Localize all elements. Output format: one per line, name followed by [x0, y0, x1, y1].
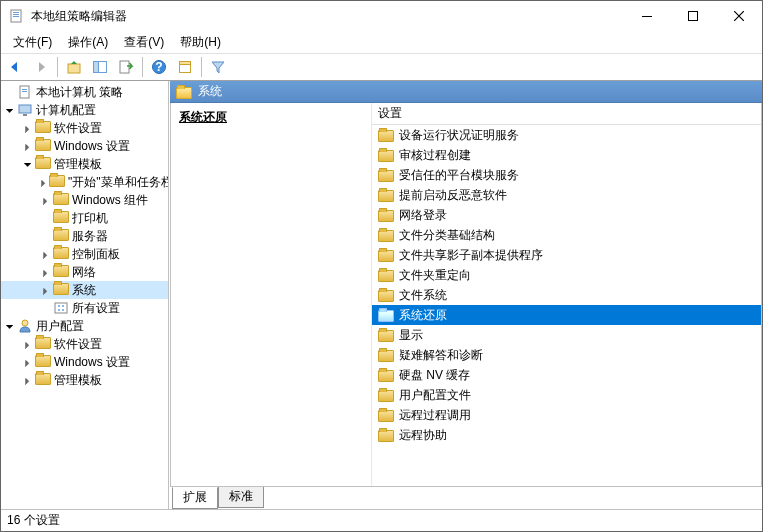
tree-root[interactable]: 本地计算机 策略 [1, 83, 168, 101]
svg-rect-15 [22, 89, 27, 90]
tree-expand-icon[interactable] [21, 123, 35, 134]
forward-button[interactable] [29, 55, 53, 79]
tree-view[interactable]: 本地计算机 策略计算机配置软件设置Windows 设置管理模板"开始"菜单和任务… [1, 81, 168, 509]
tree-expand-icon[interactable] [21, 357, 35, 368]
folder-icon [35, 121, 51, 133]
tree-admin-templates[interactable]: 管理模板 [1, 155, 168, 173]
toolbar-separator [201, 57, 202, 77]
tree-expand-icon[interactable] [39, 177, 49, 188]
menu-view[interactable]: 查看(V) [116, 32, 172, 53]
tree-system[interactable]: 系统 [1, 281, 168, 299]
help-button[interactable]: ? [147, 55, 171, 79]
show-hide-tree-button[interactable] [88, 55, 112, 79]
list-item-label: 审核过程创建 [399, 147, 471, 164]
list-item[interactable]: 文件夹重定向 [372, 265, 761, 285]
folder-icon [378, 350, 394, 362]
minimize-button[interactable] [624, 1, 670, 31]
tree-control-panel[interactable]: 控制面板 [1, 245, 168, 263]
list-item[interactable]: 用户配置文件 [372, 385, 761, 405]
folder-icon [378, 410, 394, 422]
tree-expand-icon[interactable] [39, 249, 53, 260]
folder-icon [53, 229, 69, 241]
svg-rect-6 [68, 64, 80, 73]
app-icon [9, 8, 25, 24]
folder-icon [378, 310, 394, 322]
list-item[interactable]: 文件系统 [372, 285, 761, 305]
back-button[interactable] [3, 55, 27, 79]
menu-help[interactable]: 帮助(H) [172, 32, 229, 53]
up-button[interactable] [62, 55, 86, 79]
export-button[interactable] [114, 55, 138, 79]
folder-icon [35, 157, 51, 169]
list-item[interactable]: 远程协助 [372, 425, 761, 445]
tree-software-settings[interactable]: 软件设置 [1, 119, 168, 137]
properties-button[interactable] [173, 55, 197, 79]
tree-label: 服务器 [72, 228, 108, 245]
svg-rect-5 [689, 12, 698, 21]
app-window: 本地组策略编辑器 文件(F) 操作(A) 查看(V) 帮助(H) ? 本地计算机… [0, 0, 763, 532]
folder-icon [35, 355, 51, 367]
list-item[interactable]: 审核过程创建 [372, 145, 761, 165]
list-item[interactable]: 受信任的平台模块服务 [372, 165, 761, 185]
list-item[interactable]: 网络登录 [372, 205, 761, 225]
folder-icon [378, 290, 394, 302]
menu-action[interactable]: 操作(A) [60, 32, 116, 53]
tree-all-settings[interactable]: 所有设置 [1, 299, 168, 317]
tree-expand-icon[interactable] [21, 375, 35, 386]
tree-expand-icon[interactable] [39, 285, 53, 296]
list-item-label: 网络登录 [399, 207, 447, 224]
menu-file[interactable]: 文件(F) [5, 32, 60, 53]
tree-start-menu[interactable]: "开始"菜单和任务栏 [1, 173, 168, 191]
close-button[interactable] [716, 1, 762, 31]
list-item[interactable]: 提前启动反恶意软件 [372, 185, 761, 205]
list-item[interactable]: 设备运行状况证明服务 [372, 125, 761, 145]
list-item-label: 用户配置文件 [399, 387, 471, 404]
tree-printers[interactable]: 打印机 [1, 209, 168, 227]
list-item[interactable]: 文件共享影子副本提供程序 [372, 245, 761, 265]
list-item[interactable]: 硬盘 NV 缓存 [372, 365, 761, 385]
content-pane: 系统 系统还原 设置 设备运行状况证明服务审核过程创建受信任的平台模块服务提前启… [169, 81, 762, 509]
tree-user-config[interactable]: 用户配置 [1, 317, 168, 335]
maximize-button[interactable] [670, 1, 716, 31]
tree-label: 软件设置 [54, 120, 102, 137]
content-header: 系统 [170, 81, 762, 103]
tree-uc-admin[interactable]: 管理模板 [1, 371, 168, 389]
tree-expand-icon[interactable] [39, 195, 53, 206]
tree-windows-components[interactable]: Windows 组件 [1, 191, 168, 209]
tab-standard[interactable]: 标准 [218, 487, 264, 508]
tree-network[interactable]: 网络 [1, 263, 168, 281]
tree-expand-icon[interactable] [3, 105, 17, 116]
folder-icon [378, 390, 394, 402]
detail-title: 系统还原 [179, 109, 363, 126]
list-item[interactable]: 文件分类基础结构 [372, 225, 761, 245]
list-header[interactable]: 设置 [372, 103, 761, 125]
tree-label: 网络 [72, 264, 96, 281]
filter-button[interactable] [206, 55, 230, 79]
folder-icon [378, 330, 394, 342]
list-item[interactable]: 系统还原 [372, 305, 761, 325]
list-item-label: 设备运行状况证明服务 [399, 127, 519, 144]
tree-expand-icon[interactable] [3, 321, 17, 332]
list-item[interactable]: 显示 [372, 325, 761, 345]
tree-expand-icon[interactable] [39, 267, 53, 278]
folder-icon [49, 175, 65, 187]
tree-computer-config[interactable]: 计算机配置 [1, 101, 168, 119]
tree-expand-icon[interactable] [21, 141, 35, 152]
tab-extended[interactable]: 扩展 [172, 487, 218, 509]
tree-uc-windows[interactable]: Windows 设置 [1, 353, 168, 371]
tree-servers[interactable]: 服务器 [1, 227, 168, 245]
tree-uc-software[interactable]: 软件设置 [1, 335, 168, 353]
list-item-label: 文件系统 [399, 287, 447, 304]
statusbar: 16 个设置 [1, 509, 762, 531]
tree-label: 软件设置 [54, 336, 102, 353]
tree-windows-settings[interactable]: Windows 设置 [1, 137, 168, 155]
tree-label: 用户配置 [36, 318, 84, 335]
tree-expand-icon[interactable] [21, 159, 35, 170]
tree-expand-icon[interactable] [21, 339, 35, 350]
svg-rect-19 [55, 303, 67, 313]
toolbar: ? [1, 53, 762, 81]
list-item[interactable]: 远程过程调用 [372, 405, 761, 425]
list-item[interactable]: 疑难解答和诊断 [372, 345, 761, 365]
list-item-label: 文件夹重定向 [399, 267, 471, 284]
settings-list[interactable]: 设备运行状况证明服务审核过程创建受信任的平台模块服务提前启动反恶意软件网络登录文… [372, 125, 761, 486]
